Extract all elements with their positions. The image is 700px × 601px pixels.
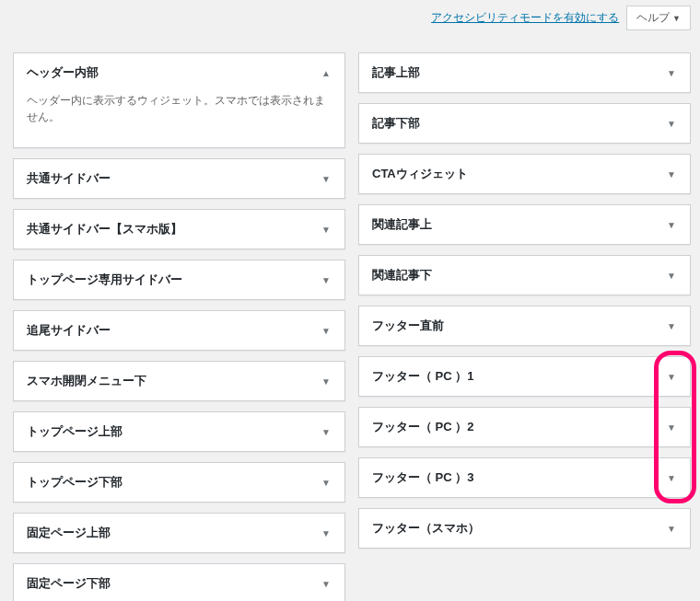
widget-area-title: スマホ開閉メニュー下 [27,373,146,389]
widget-area-title: 追尾サイドバー [27,322,111,339]
chevron-down-icon[interactable]: ▼ [666,321,677,331]
widget-area-header[interactable]: フッター直前▼ [359,306,690,345]
widget-area-header[interactable]: トップページ専用サイドバー▼ [14,260,344,299]
widget-area-header[interactable]: フッター（スマホ）▼ [359,509,690,548]
widget-area-header[interactable]: 記事上部▼ [359,53,690,92]
widget-area[interactable]: トップページ専用サイドバー▼ [13,260,345,300]
widget-area[interactable]: 共通サイドバー▼ [13,158,345,199]
widget-area[interactable]: 固定ページ上部▼ [13,513,345,553]
chevron-down-icon[interactable]: ▼ [666,220,677,230]
widget-area-title: フッター（スマホ） [372,520,480,537]
widget-area-header[interactable]: 固定ページ下部▼ [14,564,344,601]
chevron-down-icon[interactable]: ▼ [666,271,677,281]
widget-area[interactable]: フッター（スマホ）▼ [358,508,691,549]
chevron-down-icon[interactable]: ▼ [666,372,677,382]
widget-area-header[interactable]: フッター（ PC ）2▼ [359,408,690,446]
chevron-down-icon[interactable]: ▼ [321,174,332,184]
widget-area[interactable]: フッター（ PC ）1▼ [358,356,691,397]
chevron-down-icon: ▼ [672,14,681,23]
help-button[interactable]: ヘルプ ▼ [626,6,691,30]
widget-area-title: 共通サイドバー【スマホ版】 [27,221,182,237]
widget-area[interactable]: トップページ上部▼ [13,411,345,452]
widget-area-title: 固定ページ上部 [27,525,111,541]
chevron-down-icon[interactable]: ▼ [666,473,677,483]
widget-area[interactable]: フッター（ PC ）2▼ [358,407,691,447]
chevron-down-icon[interactable]: ▼ [321,275,332,285]
widget-area[interactable]: フッター直前▼ [358,306,691,346]
chevron-down-icon[interactable]: ▼ [666,119,677,129]
widget-area-title: 関連記事上 [372,216,432,233]
widget-area-header[interactable]: スマホ開閉メニュー下▼ [14,362,344,400]
top-bar: アクセシビリティモードを有効にする ヘルプ ▼ [0,0,700,36]
widget-area[interactable]: スマホ開閉メニュー下▼ [13,361,345,401]
chevron-down-icon[interactable]: ▼ [321,579,332,589]
chevron-down-icon[interactable]: ▼ [666,422,677,433]
chevron-down-icon[interactable]: ▼ [321,478,332,488]
widget-area-title: CTAウィジェット [372,166,468,182]
widget-area[interactable]: 関連記事上▼ [358,204,691,245]
widget-area[interactable]: 記事上部▼ [358,52,691,93]
chevron-down-icon[interactable]: ▼ [321,427,332,437]
chevron-down-icon[interactable]: ▼ [666,68,677,78]
chevron-down-icon[interactable]: ▼ [321,376,332,387]
help-label: ヘルプ [636,10,670,26]
widget-area[interactable]: トップページ下部▼ [13,462,345,503]
widget-area[interactable]: 記事下部▼ [358,103,691,144]
widget-areas-container: ヘッダー内部▲ヘッダー内に表示するウィジェット。スマホでは表示されません。共通サ… [0,36,700,601]
accessibility-link[interactable]: アクセシビリティモードを有効にする [431,10,619,26]
widget-area-title: 関連記事下 [372,267,432,283]
widget-area-header[interactable]: フッター（ PC ）1▼ [359,357,690,396]
chevron-down-icon[interactable]: ▼ [321,528,332,538]
widget-area-header[interactable]: CTAウィジェット▼ [359,155,690,193]
widget-area-title: ヘッダー内部 [27,64,99,81]
widget-area-title: トップページ専用サイドバー [27,272,182,288]
widget-area-title: フッター（ PC ）3 [372,469,474,486]
widget-area-header[interactable]: 共通サイドバー【スマホ版】▼ [14,210,344,248]
widget-area[interactable]: CTAウィジェット▼ [358,154,691,194]
widget-area-header[interactable]: 関連記事下▼ [359,256,690,295]
widget-area-title: 共通サイドバー [27,170,111,187]
widget-area-header[interactable]: 追尾サイドバー▼ [14,311,344,350]
widget-area-title: トップページ上部 [27,423,122,440]
widget-area-title: フッター（ PC ）2 [372,419,474,435]
widget-area[interactable]: ヘッダー内部▲ヘッダー内に表示するウィジェット。スマホでは表示されません。 [13,52,345,148]
left-column: ヘッダー内部▲ヘッダー内に表示するウィジェット。スマホでは表示されません。共通サ… [13,52,345,601]
chevron-down-icon[interactable]: ▼ [321,225,332,235]
widget-area[interactable]: 共通サイドバー【スマホ版】▼ [13,209,345,249]
widget-area[interactable]: 固定ページ下部▼ [13,563,345,601]
widget-area-description: ヘッダー内に表示するウィジェット。スマホでは表示されません。 [14,92,344,147]
widget-area-header[interactable]: 関連記事上▼ [359,205,690,244]
widget-area-title: 固定ページ下部 [27,575,111,592]
widget-area-title: フッター直前 [372,318,444,334]
chevron-down-icon[interactable]: ▼ [666,524,677,534]
chevron-down-icon[interactable]: ▼ [666,169,677,179]
right-column: 記事上部▼記事下部▼CTAウィジェット▼関連記事上▼関連記事下▼フッター直前▼フ… [358,52,691,601]
chevron-down-icon[interactable]: ▼ [321,326,332,336]
widget-area-title: トップページ下部 [27,474,122,491]
widget-area-header[interactable]: フッター（ PC ）3▼ [359,458,690,497]
widget-area-header[interactable]: トップページ上部▼ [14,412,344,451]
chevron-up-icon[interactable]: ▲ [321,68,332,78]
widget-area-title: 記事下部 [372,115,420,132]
widget-area-header[interactable]: 固定ページ上部▼ [14,514,344,552]
widget-area[interactable]: 関連記事下▼ [358,255,691,295]
widget-area-header[interactable]: ヘッダー内部▲ [14,53,344,92]
widget-area[interactable]: 追尾サイドバー▼ [13,310,345,351]
widget-area-header[interactable]: 共通サイドバー▼ [14,159,344,198]
widget-area-header[interactable]: トップページ下部▼ [14,463,344,502]
widget-area-title: フッター（ PC ）1 [372,368,474,385]
widget-area[interactable]: フッター（ PC ）3▼ [358,457,691,498]
widget-area-title: 記事上部 [372,64,420,81]
widget-area-header[interactable]: 記事下部▼ [359,104,690,143]
